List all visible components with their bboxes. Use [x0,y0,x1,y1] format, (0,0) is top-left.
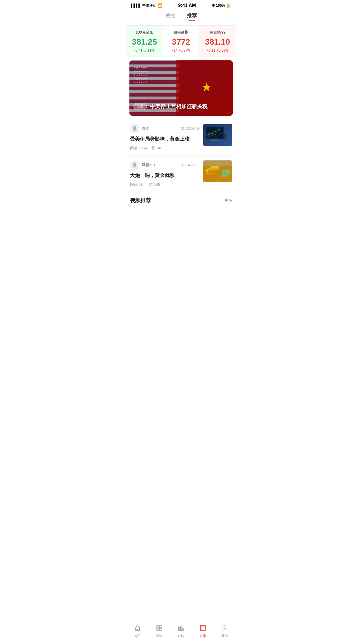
news-likes-2: 赞 145 [149,182,160,187]
svg-rect-1 [133,127,136,130]
wifi-icon: 📶 [157,3,162,8]
top-tab-bar: 关注 推荐 [126,10,236,21]
news-time-1: 01-10 09:23 [181,127,199,131]
news-stats-1: 阅读 2354 赞 145 [130,146,200,151]
avatar-phone-icon-2 [132,162,138,168]
author-name-2: 凤起321 [142,162,156,168]
carrier-name: 中国移动 [142,3,156,8]
banner-tag: 专题 [133,103,147,110]
thumb-chart-icon [203,124,232,146]
news-meta-1: 喻奇 01-10 09:23 [130,124,200,133]
banner-title: 中美停止互相加征新关税 [150,103,208,110]
news-reads-2: 阅读 234 [130,182,145,187]
news-headline-1: 受美伊局势影响，黄金上涨 [130,136,200,143]
news-list: 喻奇 01-10 09:23 受美伊局势影响，黄金上涨 阅读 2354 赞 14… [126,119,236,192]
news-meta-2: 凤起321 01-14 21:23 [130,160,200,170]
status-bar: ▌▌▌▌ 中国移动 📶 9:41 AM ✸ 100% 🔋 [126,0,236,10]
price-cards: 100克金条 381.25 -0.41 -0.11% 白银延期 3772 +14… [126,25,236,57]
battery-area: ✸ 100% 🔋 [212,3,231,8]
video-section-header: 视频推荐 更多 [126,192,236,207]
svg-rect-8 [210,140,219,141]
price-label-silver: 白银延期 [166,30,196,35]
us-stars-deco: ★★★★★★★★★★★★★★★★★★★★★★★★★★★★★★ [133,66,147,84]
svg-point-12 [134,167,135,167]
svg-rect-6 [207,127,223,139]
news-headline-2: 大炮一响，黄金就涨 [130,172,200,179]
thumb-gold-icon [203,160,232,182]
banner[interactable]: ★ ★★★★★★★★★★★★★★★★★★★★★★★★★★★★★★ 专题 中美停止… [129,60,233,116]
tab-follow[interactable]: 关注 [165,12,175,21]
news-item-2[interactable]: 凤起321 01-14 21:23 大炮一响，黄金就涨 阅读 234 赞 145 [130,156,232,192]
price-card-silver[interactable]: 白银延期 3772 +14 +0.37% [163,26,199,57]
news-item-2-left: 凤起321 01-14 21:23 大炮一响，黄金就涨 阅读 234 赞 145 [130,160,200,187]
news-time-2: 01-14 21:23 [181,163,199,167]
battery-percent: 100% [216,4,225,8]
avatar-2 [130,160,139,170]
svg-rect-7 [212,139,217,140]
signal-bars: ▌▌▌▌ [131,4,141,8]
svg-rect-9 [224,134,226,139]
price-value-gold-bar: 381.25 [129,37,160,47]
author-name-1: 喻奇 [142,126,149,131]
news-author-1: 喻奇 [130,124,149,133]
svg-rect-21 [203,160,232,166]
news-reads-1: 阅读 2354 [130,146,147,150]
svg-rect-16 [211,166,219,172]
price-change-silver: +14 +0.37% [166,48,196,52]
news-item-1[interactable]: 喻奇 01-10 09:23 受美伊局势影响，黄金上涨 阅读 2354 赞 14… [130,119,232,156]
video-section-more[interactable]: 更多 [225,198,232,203]
bluetooth-icon: ✸ [212,4,215,8]
price-change-gold-bar: -0.41 -0.11% [129,48,160,52]
news-stats-2: 阅读 234 赞 145 [130,182,200,187]
price-card-gold-9999[interactable]: 黄金9999 381.10 +0.11 +0.03% [199,26,236,57]
price-value-gold-9999: 381.10 [202,37,233,47]
tab-recommend[interactable]: 推荐 [187,12,197,21]
chart-svg [203,124,232,146]
news-thumbnail-1 [203,124,232,146]
battery-icon: 🔋 [226,3,231,8]
avatar-1 [130,124,139,133]
price-change-gold-9999: +0.11 +0.03% [202,48,233,52]
svg-rect-11 [133,163,136,166]
price-label-gold-bar: 100克金条 [129,30,160,35]
news-item-1-left: 喻奇 01-10 09:23 受美伊局势影响，黄金上涨 阅读 2354 赞 14… [130,124,200,151]
gold-svg [203,160,232,182]
svg-point-20 [226,169,230,176]
carrier-signal: ▌▌▌▌ 中国移动 📶 [131,3,162,8]
svg-point-2 [134,130,135,131]
video-section-title: 视频推荐 [130,197,151,204]
price-card-gold-bar[interactable]: 100克金条 381.25 -0.41 -0.11% [126,26,163,57]
news-author-2: 凤起321 [130,160,156,170]
cn-flag-star: ★ [201,80,212,94]
avatar-phone-icon [132,126,138,132]
status-time: 9:41 AM [178,3,196,8]
price-label-gold-9999: 黄金9999 [202,30,233,35]
news-likes-1: 赞 145 [151,146,162,150]
news-thumbnail-2 [203,160,232,182]
price-value-silver: 3772 [166,37,196,47]
